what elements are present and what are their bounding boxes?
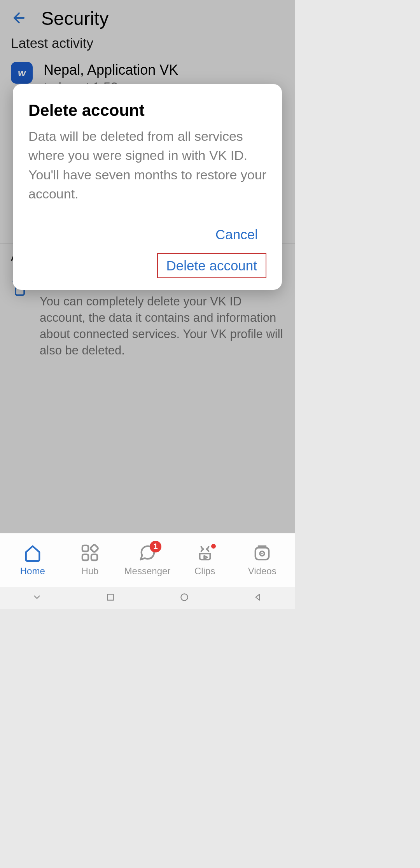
nav-hub[interactable]: Hub [61, 544, 119, 577]
nav-messenger[interactable]: 1 Messenger [119, 544, 176, 577]
nav-clips[interactable]: Clips [176, 544, 234, 577]
dialog-body: Data will be deleted from all services w… [28, 127, 266, 203]
system-nav-bar [0, 587, 295, 609]
sys-home-icon[interactable] [179, 592, 189, 604]
delete-account-button[interactable]: Delete account [157, 253, 266, 278]
sys-back-icon[interactable] [253, 592, 263, 604]
hub-icon [81, 544, 99, 563]
svg-point-7 [181, 594, 187, 600]
nav-home-label: Home [20, 566, 45, 577]
nav-messenger-label: Messenger [124, 566, 171, 577]
nav-videos-label: Videos [248, 566, 276, 577]
delete-account-dialog: Delete account Data will be deleted from… [13, 84, 282, 290]
sys-recent-icon[interactable] [105, 592, 116, 604]
svg-rect-0 [82, 545, 88, 551]
cancel-button[interactable]: Cancel [207, 224, 266, 245]
sys-dropdown-icon[interactable] [32, 592, 42, 604]
nav-hub-label: Hub [81, 566, 98, 577]
svg-rect-3 [90, 544, 99, 552]
svg-rect-2 [91, 554, 97, 560]
videos-icon [253, 544, 271, 563]
clips-notification-dot [211, 544, 216, 549]
nav-home[interactable]: Home [4, 544, 61, 577]
svg-rect-1 [82, 554, 88, 560]
nav-videos[interactable]: Videos [233, 544, 291, 577]
messenger-badge: 1 [150, 541, 161, 552]
bottom-nav: Home Hub 1 Messenger Clips Videos [0, 533, 295, 587]
nav-clips-label: Clips [194, 566, 215, 577]
home-icon [24, 544, 42, 563]
dialog-title: Delete account [28, 101, 266, 120]
svg-rect-6 [108, 594, 114, 600]
